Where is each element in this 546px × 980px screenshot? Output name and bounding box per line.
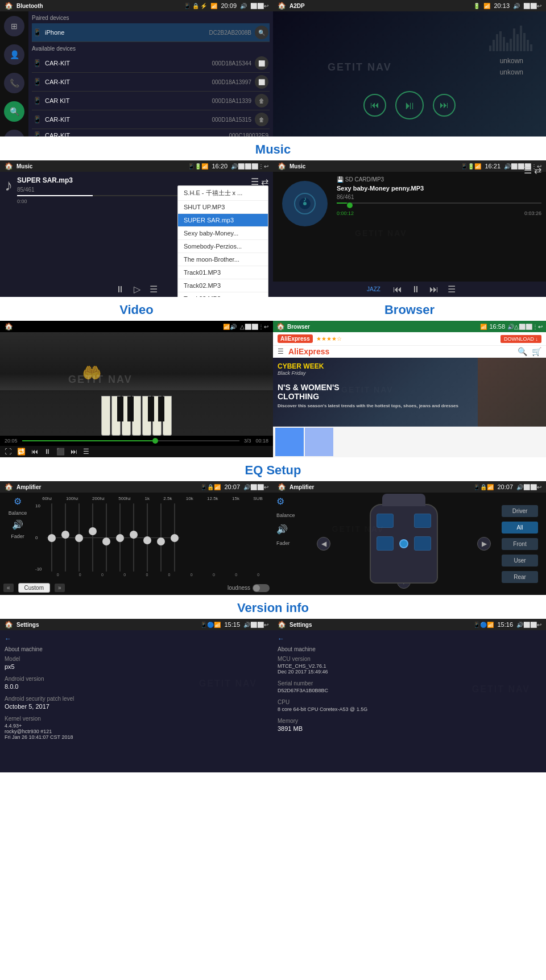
eq-slider-7[interactable] bbox=[129, 503, 139, 572]
eq-thumb-2[interactable] bbox=[61, 531, 69, 539]
a2dp-prev-btn[interactable]: ⏮ bbox=[363, 94, 386, 117]
settings1-home-icon[interactable]: 🏠 bbox=[5, 621, 13, 628]
music2-pause-btn[interactable]: ⏸ bbox=[411, 284, 420, 295]
music2-menu-icon-1[interactable]: ☰ bbox=[524, 165, 532, 176]
eq2-home-icon[interactable]: 🏠 bbox=[278, 483, 286, 491]
device-action-2[interactable]: ⬜ bbox=[255, 75, 268, 89]
preset-driver-btn[interactable]: Driver bbox=[502, 505, 538, 517]
music1-next-btn[interactable]: ▷ bbox=[134, 284, 140, 295]
dropdown-item-6[interactable]: The moon-Brother... bbox=[178, 253, 268, 266]
nav-search-icon[interactable]: 🔍 bbox=[4, 101, 24, 122]
video-next-btn[interactable]: ⏭ bbox=[71, 448, 77, 456]
dropdown-item-2[interactable]: SHUT UP.MP3 bbox=[178, 201, 268, 214]
eq-slider-1[interactable] bbox=[47, 503, 57, 572]
eq-slider-8[interactable] bbox=[142, 503, 152, 572]
browser-search-icon[interactable]: 🔍 bbox=[518, 347, 527, 356]
eq-slider-9[interactable] bbox=[156, 503, 166, 572]
music2-count: 86/461 bbox=[337, 194, 541, 200]
eq-loudness-toggle[interactable] bbox=[253, 584, 270, 592]
music2-home-icon[interactable]: 🏠 bbox=[278, 162, 286, 170]
dropdown-item-1[interactable]: S.H.E - 千禧土士 x ... bbox=[178, 186, 268, 201]
eq-thumb-3[interactable] bbox=[75, 534, 83, 542]
avail-device-2[interactable]: 📱 CAR-KIT 000D18A13997 ⬜ bbox=[32, 73, 270, 92]
eq-slider-5[interactable] bbox=[101, 503, 111, 572]
eq-balance-label: Balance bbox=[9, 510, 27, 516]
music2-progress-bar[interactable] bbox=[337, 202, 541, 204]
eq-slider-10[interactable] bbox=[169, 503, 180, 572]
eq2-nav-left-btn[interactable]: ◀ bbox=[317, 537, 330, 551]
dropdown-item-4[interactable]: Sexy baby-Money... bbox=[178, 227, 268, 240]
browser-cart-icon[interactable]: 🛒 bbox=[532, 347, 541, 356]
eq-thumb-9[interactable] bbox=[157, 537, 165, 545]
download-button[interactable]: DOWNLOAD ↓ bbox=[500, 335, 541, 343]
eq-thumb-6[interactable] bbox=[116, 534, 124, 542]
settings1-security-row: Android security patch level October 5, … bbox=[5, 696, 268, 710]
avail-device-1[interactable]: 📱 CAR-KIT 000D18A15344 ⬜ bbox=[32, 54, 270, 73]
a2dp-next-btn[interactable]: ⏭ bbox=[433, 94, 456, 117]
settings1-back-btn[interactable]: ← bbox=[5, 635, 268, 643]
eq-prev-button[interactable]: « bbox=[3, 584, 14, 592]
avail-device-3[interactable]: 📱 CAR KIT 000D18A11339 🗑 bbox=[32, 92, 270, 110]
eq-thumb-8[interactable] bbox=[143, 536, 151, 544]
settings2-back-btn[interactable]: ← bbox=[278, 635, 541, 643]
device-action-3[interactable]: 🗑 bbox=[255, 94, 268, 107]
music-dropdown[interactable]: S.H.E - 千禧土士 x ... SHUT UP.MP3 SUPER SAR… bbox=[177, 185, 268, 297]
nav-home-icon[interactable]: ⊞ bbox=[4, 16, 24, 36]
video-content: 🤲 GETIT NAV bbox=[0, 332, 273, 436]
video-home-icon[interactable]: 🏠 bbox=[5, 322, 13, 330]
eq2-right-panel: GETIT NAV ▲ ◀ ▶ ▼ bbox=[314, 496, 494, 592]
device-action-4[interactable]: 🗑 bbox=[255, 113, 268, 126]
eq-home-icon[interactable]: 🏠 bbox=[5, 483, 13, 491]
home-icon[interactable]: 🏠 bbox=[5, 2, 13, 10]
eq2-nav-right-btn[interactable]: ▶ bbox=[477, 537, 491, 551]
avail-device-5[interactable]: 📱 CAR-KIT 000C180032E9 bbox=[32, 129, 270, 137]
dropdown-item-3[interactable]: SUPER SAR.mp3 bbox=[178, 214, 268, 227]
video-prev-btn[interactable]: ⏮ bbox=[31, 448, 38, 456]
eq-slider-3[interactable] bbox=[74, 503, 84, 572]
eq-slider-6[interactable] bbox=[115, 503, 125, 572]
settings2-home-icon[interactable]: 🏠 bbox=[278, 621, 286, 628]
eq-thumb-1[interactable] bbox=[48, 534, 56, 542]
dropdown-item-9[interactable]: Track03.MP3 bbox=[178, 292, 268, 297]
music2-next-btn[interactable]: ⏭ bbox=[429, 284, 439, 295]
video-fullscreen-btn[interactable]: ⛶ bbox=[5, 448, 11, 456]
paired-device-id: DC2B2AB2008B bbox=[209, 30, 252, 36]
preset-user-btn[interactable]: User bbox=[502, 555, 538, 567]
nav-person-icon[interactable]: 👤 bbox=[4, 44, 24, 65]
music2-list-btn[interactable]: ☰ bbox=[448, 284, 456, 295]
a2dp-home-icon[interactable]: 🏠 bbox=[278, 2, 286, 10]
avail-device-4[interactable]: 📱 CAR-KIT 000D18A15315 🗑 bbox=[32, 110, 270, 129]
eq-thumb-7[interactable] bbox=[130, 531, 138, 539]
video-list-btn[interactable]: ☰ bbox=[83, 448, 89, 456]
preset-rear-btn[interactable]: Rear bbox=[502, 571, 538, 583]
paired-device-row[interactable]: 📱 iPhone DC2B2AB2008B 🔍 bbox=[32, 23, 270, 42]
eq-thumb-5[interactable] bbox=[102, 537, 110, 545]
music1-pause-btn[interactable]: ⏸ bbox=[115, 284, 125, 295]
video-playpause-btn[interactable]: ⏸ bbox=[44, 448, 51, 456]
music1-list-btn[interactable]: ☰ bbox=[150, 284, 158, 295]
eq-custom-button[interactable]: Custom bbox=[18, 583, 50, 593]
preset-front-btn[interactable]: Front bbox=[502, 538, 538, 550]
browser-menu-icon[interactable]: ☰ bbox=[278, 348, 284, 355]
video-progress-bar[interactable] bbox=[22, 440, 239, 441]
video-repeat-btn[interactable]: 🔁 bbox=[17, 448, 26, 456]
dropdown-item-5[interactable]: Somebody-Perzios... bbox=[178, 240, 268, 253]
dropdown-item-8[interactable]: Track02.MP3 bbox=[178, 279, 268, 292]
nav-bt-icon[interactable]: ⬤ bbox=[4, 130, 24, 137]
eq-thumb-4[interactable] bbox=[89, 527, 97, 535]
nav-phone-icon[interactable]: 📞 bbox=[4, 73, 24, 93]
preset-all-btn[interactable]: All bbox=[502, 522, 538, 534]
browser-home-icon[interactable]: 🏠 bbox=[276, 322, 285, 330]
a2dp-play-pause-btn[interactable]: ⏯ bbox=[395, 91, 424, 119]
eq-thumb-10[interactable] bbox=[171, 534, 179, 542]
music1-home-icon[interactable]: 🏠 bbox=[5, 162, 13, 170]
dropdown-item-7[interactable]: Track01.MP3 bbox=[178, 266, 268, 279]
device-action-1[interactable]: ⬜ bbox=[255, 56, 268, 70]
eq-next-button[interactable]: » bbox=[55, 584, 65, 592]
video-stop-btn[interactable]: ⬛ bbox=[56, 448, 65, 456]
music2-menu-icon-2[interactable]: ⇄ bbox=[534, 165, 541, 176]
eq-slider-4[interactable] bbox=[88, 503, 98, 572]
eq-slider-2[interactable] bbox=[60, 503, 71, 572]
search-action-btn[interactable]: 🔍 bbox=[255, 26, 268, 39]
music2-prev-btn[interactable]: ⏮ bbox=[393, 284, 402, 295]
